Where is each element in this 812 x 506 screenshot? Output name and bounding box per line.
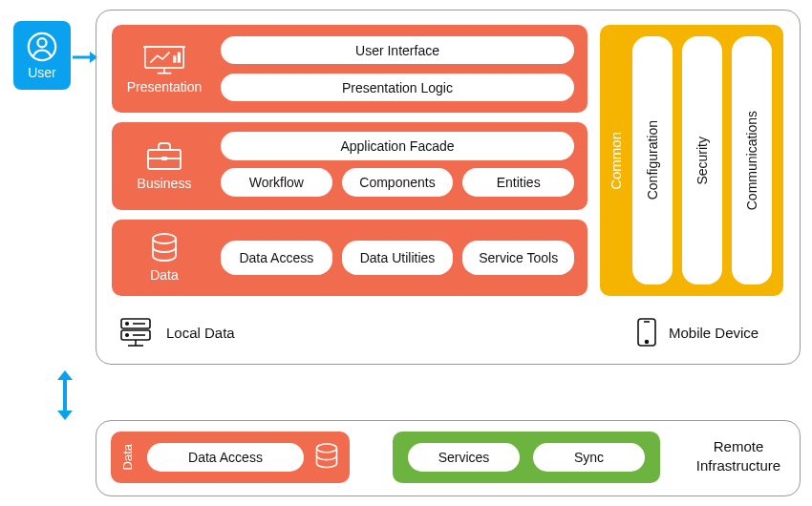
arrow-user-right <box>73 50 97 65</box>
svg-marker-27 <box>57 411 73 420</box>
remote-services-block: Services Sync <box>393 432 660 483</box>
remote-data-block: Data Data Access <box>111 432 350 483</box>
data-item-data-access: Data Access <box>221 241 332 275</box>
presentation-item-presentation-logic: Presentation Logic <box>221 74 574 101</box>
cross-item-security: Security <box>682 36 722 285</box>
svg-rect-8 <box>173 55 176 62</box>
remote-data-item: Data Access <box>147 443 304 472</box>
user-label: User <box>28 65 56 80</box>
mobile-device-label: Mobile Device <box>669 325 759 341</box>
local-data-section: Local Data <box>118 317 235 348</box>
diagram-canvas: User Presentation User Interface Present… <box>0 0 812 506</box>
svg-point-16 <box>126 323 129 326</box>
business-item-components: Components <box>342 168 454 197</box>
business-title: Business <box>138 176 192 191</box>
cross-item-configuration: Configuration <box>632 36 673 285</box>
svg-point-24 <box>646 341 649 344</box>
cross-item-communications: Communications <box>732 36 772 285</box>
presentation-item-user-interface: User Interface <box>221 36 574 64</box>
data-title: Data <box>150 267 179 283</box>
cross-cutting-block: Common Configuration Security Communicat… <box>600 25 783 296</box>
remote-data-label: Data <box>120 444 138 470</box>
briefcase-icon <box>145 141 183 172</box>
local-data-label: Local Data <box>166 325 235 341</box>
database-icon <box>149 233 180 265</box>
svg-point-17 <box>126 334 129 337</box>
data-item-service-tools: Service Tools <box>462 241 574 275</box>
business-item-entities: Entities <box>462 168 574 197</box>
user-node: User <box>13 21 71 90</box>
remote-infrastructure-label: Remote Infrastructure <box>686 437 791 474</box>
presentation-title: Presentation <box>127 79 203 95</box>
mobile-device-section: Mobile Device <box>636 317 759 348</box>
svg-point-13 <box>153 234 176 243</box>
business-layer: Business Application Facade Workflow Com… <box>112 122 588 210</box>
data-layer: Data Data Access Data Utilities Service … <box>112 220 588 296</box>
remote-services-item: Services <box>408 443 520 472</box>
svg-point-1 <box>37 38 46 47</box>
business-item-workflow: Workflow <box>221 168 332 197</box>
server-icon <box>118 317 153 348</box>
mobile-icon <box>636 317 657 348</box>
database-icon-small <box>313 443 340 472</box>
user-icon <box>26 31 58 63</box>
svg-point-28 <box>317 444 337 453</box>
svg-rect-12 <box>161 157 167 160</box>
presentation-icon <box>143 43 185 75</box>
remote-sync-item: Sync <box>533 443 645 472</box>
arrow-bidirectional-icon <box>53 370 76 420</box>
svg-rect-9 <box>178 53 181 63</box>
presentation-layer: Presentation User Interface Presentation… <box>112 25 588 113</box>
business-item-application-facade: Application Facade <box>221 132 574 160</box>
common-label: Common <box>608 132 629 190</box>
data-item-data-utilities: Data Utilities <box>342 241 454 275</box>
